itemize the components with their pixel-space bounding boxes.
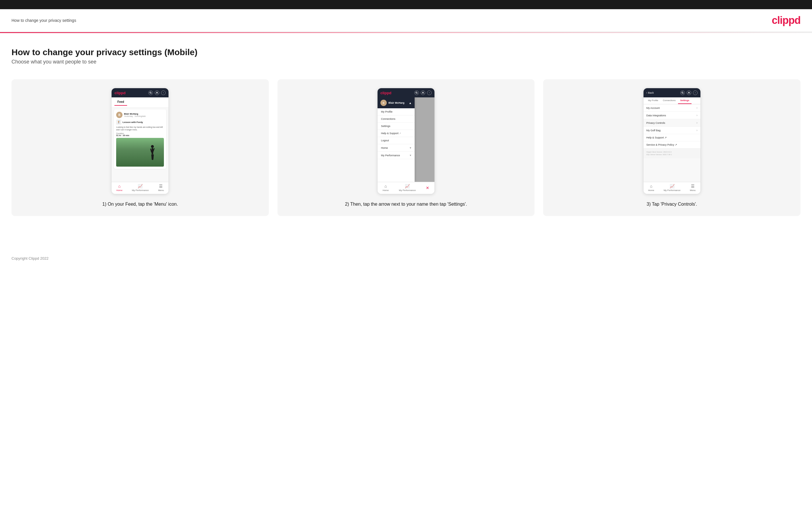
back-button[interactable]: ‹ Back [646,91,654,94]
tab-my-profile[interactable]: My Profile [646,97,661,104]
phone-1-footer: ⌂ Home 📈 My Performance ☰ Menu [111,182,168,194]
svg-line-13 [683,93,683,94]
footer-performance-3: 📈 My Performance [664,184,680,191]
settings-list: My Account › Data Integrations › Privacy… [644,104,701,158]
phone-3-icons [680,91,698,95]
settings-version-text: Clippd Client Version: 2022.8.3-3GQL Ser… [644,149,701,158]
step-2-phone: clippd [377,88,435,194]
settings-item-help-support[interactable]: Help & Support ↗ [644,134,701,141]
menu-item-logout[interactable]: Logout [377,137,415,144]
feed-user-info: Blair McHarg Yesterday · Sunningdale [124,113,146,117]
chevron-down-icon-2: ▾ [410,154,411,157]
settings-tabs: My Profile Connections Settings [644,97,701,104]
settings-item-help-support-label: Help & Support ↗ [646,136,667,139]
chevron-right-icon-3: › [697,121,697,124]
footer-home-label-2: Home [383,189,389,191]
logo[interactable]: clippd [772,14,801,26]
step-3-phone: ‹ Back [643,88,701,194]
footer-performance-label-2: My Performance [399,189,416,191]
settings-item-my-account-label: My Account [646,107,660,109]
feed-lesson-row: 🏌 Lesson with Fordy [116,119,164,125]
menu-item-help[interactable]: Help & Support [377,130,415,137]
tab-settings[interactable]: Settings [678,97,692,104]
menu-nav-performance[interactable]: My Performance ▾ [377,152,415,159]
feed-tab: Feed [114,99,127,106]
search-icon [148,91,153,95]
chevron-right-icon-4: › [697,129,697,132]
footer-home-3: ⌂ Home [648,184,654,191]
feed-username: Blair McHarg [124,113,146,115]
svg-line-1 [151,93,152,94]
user-icon-2 [421,91,425,95]
feed-image [116,138,164,167]
tab-connections[interactable]: Connections [660,97,678,104]
feed-avatar: B [116,112,122,118]
svg-line-10 [417,93,417,94]
footer-home-label: Home [116,189,122,191]
step-3-card: ‹ Back [543,79,801,216]
settings-icon-2 [427,91,432,95]
feed-user-row: B Blair McHarg Yesterday · Sunningdale [116,112,164,118]
settings-item-service-privacy-label: Service & Privacy Policy ↗ [646,143,677,146]
copyright-text: Copyright Clippd 2022 [11,256,49,261]
step-2-description: 2) Then, tap the arrow next to your name… [345,201,467,208]
menu-user-left: B Blair McHarg [380,100,405,106]
menu-chevron-up-icon: ▲ [409,101,412,105]
footer-performance: 📈 My Performance [132,184,149,191]
main-content: How to change your privacy settings (Mob… [0,33,812,250]
footer-menu-label-3: Menu [690,189,696,191]
step-2-card: clippd [277,79,535,216]
page-subheading: Choose what you want people to see [11,59,801,65]
settings-icon-3 [693,91,698,95]
phone-2-body: B Blair McHarg ▲ My Profile Connections … [377,97,435,182]
header-breadcrumb: How to change your privacy settings [11,18,76,23]
settings-item-data-integrations[interactable]: Data Integrations › [644,112,701,119]
settings-item-my-account[interactable]: My Account › [644,104,701,112]
svg-point-0 [150,92,151,93]
footer-home-2: ⌂ Home [383,184,389,191]
phone-2-footer: ⌂ Home 📈 My Performance ✕ [377,182,435,194]
footer-menu-label: Menu [158,189,164,191]
svg-point-12 [681,92,683,93]
search-icon-2 [414,91,419,95]
feed-lesson-desc: Looking to feel like my hands are exitin… [116,126,164,131]
step-3-description: 3) Tap 'Privacy Controls'. [647,201,697,208]
step-1-card: clippd [11,79,269,216]
phone-1-logo: clippd [114,91,125,95]
phone-2-logo: clippd [380,91,391,95]
menu-overlay-background[interactable] [415,97,435,182]
page-footer: Copyright Clippd 2022 [0,250,812,272]
menu-avatar: B [380,100,387,106]
settings-item-privacy-controls-label: Privacy Controls [646,121,665,124]
settings-item-service-privacy[interactable]: Service & Privacy Policy ↗ [644,141,701,149]
back-chevron-icon: ‹ [646,91,647,94]
search-icon-3 [680,91,685,95]
settings-item-privacy-controls[interactable]: Privacy Controls › [644,119,701,127]
feed-date: Yesterday · Sunningdale [124,115,146,117]
feed-duration: Duration01 hr : 30 min [116,132,164,136]
footer-home: ⌂ Home [116,184,122,191]
chevron-right-icon-2: › [697,114,697,117]
settings-item-my-golf-bag-label: My Golf Bag [646,129,661,132]
phone-2-header: clippd [377,88,435,97]
footer-performance-label-3: My Performance [664,189,680,191]
menu-nav-home[interactable]: Home ▾ [377,144,415,152]
top-bar [0,0,812,9]
back-label: Back [648,91,654,94]
phone-1-header: clippd [111,88,168,97]
menu-panel: B Blair McHarg ▲ My Profile Connections … [377,97,415,182]
step-1-description: 1) On your Feed, tap the 'Menu' icon. [102,201,178,208]
phone-1-icons [148,91,166,95]
footer-close: ✕ [426,185,429,190]
menu-item-settings[interactable]: Settings [377,123,415,130]
footer-performance-2: 📈 My Performance [399,184,416,191]
phone-3-body: My Account › Data Integrations › Privacy… [644,104,701,182]
settings-item-my-golf-bag[interactable]: My Golf Bag › [644,127,701,134]
phone-2-icons [414,91,432,95]
settings-item-data-integrations-label: Data Integrations [646,114,666,117]
feed-header: Feed [111,97,168,108]
menu-item-my-profile[interactable]: My Profile [377,108,415,115]
footer-menu-3: ☰ Menu [690,184,696,191]
header: How to change your privacy settings clip… [0,9,812,32]
menu-item-connections[interactable]: Connections [377,115,415,123]
